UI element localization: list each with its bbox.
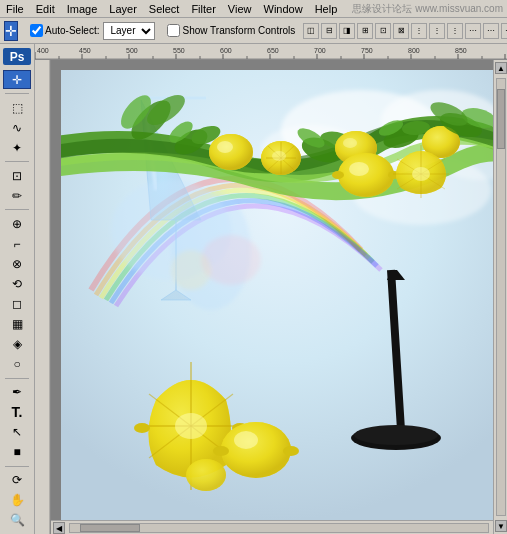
move-tool[interactable]: ✛	[3, 70, 31, 89]
menu-select[interactable]: Select	[143, 2, 186, 16]
menu-filter[interactable]: Filter	[185, 2, 221, 16]
align-left-icon[interactable]: ◫	[303, 23, 319, 39]
svg-point-94	[186, 459, 226, 491]
align-center-h-icon[interactable]: ⊟	[321, 23, 337, 39]
move-tool-btn[interactable]: ✛	[4, 21, 18, 41]
brush-tool[interactable]: ⌐	[3, 234, 31, 253]
blur-tool[interactable]: ◈	[3, 335, 31, 354]
svg-point-92	[283, 446, 299, 456]
svg-point-68	[332, 171, 344, 179]
eyedropper-tool[interactable]: ✏	[3, 186, 31, 205]
crop-tool[interactable]: ⊡	[3, 166, 31, 185]
zoom-tool[interactable]: 🔍	[3, 511, 31, 530]
scroll-track-v[interactable]	[496, 78, 506, 516]
svg-rect-33	[35, 60, 51, 534]
dodge-tool[interactable]: ○	[3, 355, 31, 374]
pen-tool[interactable]: ✒	[3, 383, 31, 402]
eraser-tool[interactable]: ◻	[3, 294, 31, 313]
layer-dropdown[interactable]: Layer	[103, 22, 155, 40]
svg-point-62	[343, 138, 357, 148]
ruler-horizontal: 400 450 500 550 600 650 700 750 800 850	[35, 44, 507, 60]
menu-window[interactable]: Window	[258, 2, 309, 16]
svg-text:700: 700	[314, 47, 326, 54]
svg-text:550: 550	[173, 47, 185, 54]
history-brush-tool[interactable]: ⟲	[3, 274, 31, 293]
sep5	[5, 466, 29, 467]
align-right-icon[interactable]: ◨	[339, 23, 355, 39]
ruler-h-svg: 400 450 500 550 600 650 700 750 800 850	[35, 44, 507, 60]
menu-edit[interactable]: Edit	[30, 2, 61, 16]
ruler-v-svg	[35, 60, 51, 534]
svg-point-91	[213, 446, 229, 456]
shape-tool[interactable]: ■	[3, 443, 31, 462]
svg-text:600: 600	[220, 47, 232, 54]
svg-point-52	[217, 141, 233, 153]
sep4	[5, 378, 29, 379]
distribute-bottom-icon[interactable]: ⋯	[501, 23, 507, 39]
heal-tool[interactable]: ⊕	[3, 214, 31, 233]
svg-text:750: 750	[361, 47, 373, 54]
ps-logo: Ps	[3, 48, 31, 65]
menu-view[interactable]: View	[222, 2, 258, 16]
clone-tool[interactable]: ⊗	[3, 254, 31, 273]
svg-point-97	[354, 425, 438, 445]
lasso-tool[interactable]: ∿	[3, 118, 31, 137]
scroll-up-btn[interactable]: ▲	[495, 62, 507, 74]
auto-select-checkbox[interactable]	[30, 24, 43, 37]
svg-point-89	[221, 422, 291, 478]
distribute-right-icon[interactable]: ⋮	[447, 23, 463, 39]
svg-text:400: 400	[37, 47, 49, 54]
svg-point-101	[171, 250, 211, 290]
gradient-tool[interactable]: ▦	[3, 314, 31, 333]
rect-select-tool[interactable]: ⬚	[3, 98, 31, 117]
transform-checkbox[interactable]	[167, 24, 180, 37]
svg-point-74	[412, 167, 430, 181]
svg-point-86	[134, 423, 150, 433]
sep2	[5, 161, 29, 162]
scroll-left-btn[interactable]: ◀	[53, 522, 65, 534]
svg-point-100	[201, 235, 261, 285]
menu-help[interactable]: Help	[309, 2, 344, 16]
svg-point-51	[209, 134, 253, 170]
menu-bar: File Edit Image Layer Select Filter View…	[0, 0, 507, 18]
sep1	[5, 93, 29, 94]
distribute-center-h-icon[interactable]: ⋮	[429, 23, 445, 39]
align-bottom-icon[interactable]: ⊠	[393, 23, 409, 39]
scroll-thumb-h[interactable]	[80, 524, 140, 532]
canvas-area	[51, 60, 507, 534]
menu-image[interactable]: Image	[61, 2, 104, 16]
ruler-vertical	[35, 60, 51, 534]
path-select-tool[interactable]: ↖	[3, 423, 31, 442]
3d-rotate-tool[interactable]: ⟳	[3, 471, 31, 490]
svg-text:850: 850	[455, 47, 467, 54]
artwork-svg	[61, 70, 501, 520]
distribute-left-icon[interactable]: ⋮	[411, 23, 427, 39]
magic-wand-tool[interactable]: ✦	[3, 138, 31, 157]
svg-point-59	[272, 151, 286, 161]
menu-layer[interactable]: Layer	[103, 2, 143, 16]
text-tool[interactable]: T.	[3, 403, 31, 422]
canvas[interactable]	[61, 70, 501, 520]
transform-icons-group: ◫ ⊟ ◨ ⊞ ⊡ ⊠ ⋮ ⋮ ⋮ ⋯ ⋯ ⋯	[303, 23, 507, 39]
svg-point-67	[349, 162, 369, 176]
align-top-icon[interactable]: ⊞	[357, 23, 373, 39]
watermark-text: 思缘设计论坛 www.missvuan.com	[352, 2, 507, 16]
menu-file[interactable]: File	[0, 2, 30, 16]
distribute-top-icon[interactable]: ⋯	[465, 23, 481, 39]
scroll-thumb-v[interactable]	[497, 89, 505, 149]
scroll-track-h[interactable]	[69, 523, 489, 533]
svg-point-66	[338, 153, 394, 197]
svg-point-85	[175, 413, 207, 439]
transform-label[interactable]: Show Transform Controls	[167, 24, 295, 37]
scrollbar-vertical[interactable]: ▲ ▼	[493, 60, 507, 534]
scrollbar-horizontal[interactable]: ◀ ▶	[51, 520, 507, 534]
svg-text:450: 450	[79, 47, 91, 54]
options-toolbar: ✛ Auto-Select: Layer Show Transform Cont…	[0, 18, 507, 44]
auto-select-label[interactable]: Auto-Select:	[30, 24, 99, 37]
distribute-middle-v-icon[interactable]: ⋯	[483, 23, 499, 39]
svg-text:800: 800	[408, 47, 420, 54]
align-middle-v-icon[interactable]: ⊡	[375, 23, 391, 39]
sep3	[5, 209, 29, 210]
scroll-down-btn[interactable]: ▼	[495, 520, 507, 532]
hand-tool[interactable]: ✋	[3, 491, 31, 510]
